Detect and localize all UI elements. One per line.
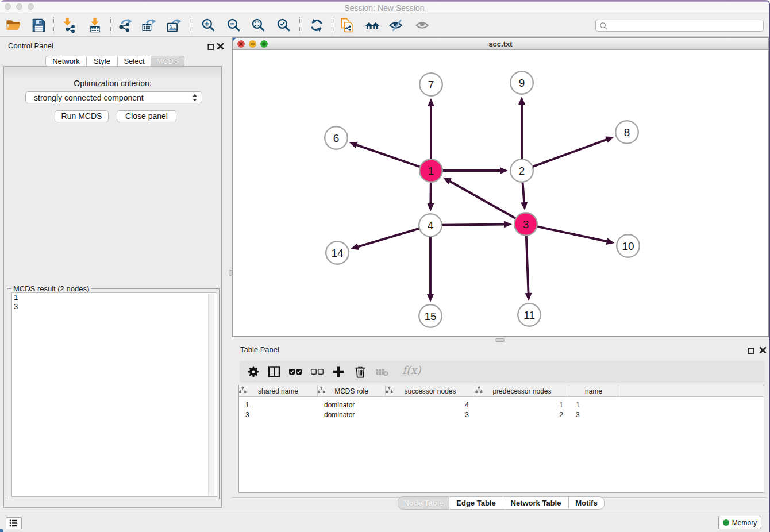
tab-mcds[interactable]: MCDS (151, 56, 184, 67)
function-builder-icon[interactable]: f(x) (402, 364, 421, 376)
column-header-successor-nodes[interactable]: successor nodes (386, 385, 475, 397)
select-all-checkboxes-icon[interactable] (288, 365, 302, 379)
zoom-in-icon[interactable] (200, 17, 217, 33)
export-network-icon[interactable] (116, 17, 133, 33)
split-columns-icon[interactable] (267, 365, 281, 379)
save-icon[interactable] (30, 17, 47, 33)
close-table-panel-icon[interactable] (759, 346, 766, 353)
table-cell: dominator (318, 410, 386, 420)
import-table-icon[interactable] (86, 17, 103, 33)
graph-arrowhead (605, 136, 614, 142)
import-network-icon[interactable] (61, 17, 78, 33)
mcds-result-list[interactable]: 1 3 (11, 292, 217, 497)
close-panel-button[interactable]: Close panel (117, 110, 176, 122)
float-table-panel-icon[interactable] (748, 346, 754, 353)
column-header-MCDS-role[interactable]: MCDS role (318, 385, 386, 397)
criterion-dropdown[interactable]: strongly connected component (25, 91, 202, 103)
unselect-all-checkboxes-icon[interactable] (310, 365, 324, 379)
search-field[interactable] (595, 20, 764, 32)
network-graph: 1234678910111415 (233, 51, 768, 336)
refresh-icon[interactable] (308, 17, 325, 33)
graph-edge-4-14[interactable] (357, 229, 419, 247)
graph-arrowhead (427, 203, 434, 211)
mcds-result-title: MCDS result (2 nodes) (11, 284, 91, 293)
graph-node-label: 14 (331, 247, 344, 259)
tab-motifs[interactable]: Motifs (569, 496, 605, 510)
zoom-out-icon[interactable] (225, 17, 242, 33)
graph-edge-3-1[interactable] (449, 181, 515, 219)
tab-style[interactable]: Style (87, 56, 118, 67)
graph-arrowhead (428, 98, 434, 106)
toolbar-separator (332, 17, 332, 33)
task-history-button[interactable] (6, 517, 22, 529)
delete-table-icon[interactable] (375, 365, 389, 379)
network-canvas[interactable]: 1234678910111415 (233, 51, 768, 336)
column-header-predecessor-nodes[interactable]: predecessor nodes (475, 385, 569, 397)
graph-node-label: 11 (523, 309, 535, 321)
table-panel: Table Panel (232, 340, 769, 512)
graph-arrowhead (606, 238, 615, 245)
result-scrollbar[interactable] (208, 294, 214, 496)
table-cell: dominator (318, 400, 386, 410)
graph-edge-2-8[interactable] (533, 139, 607, 167)
toolbar-separator (53, 17, 54, 33)
gear-icon[interactable] (247, 365, 260, 379)
graph-edge-3-11[interactable] (526, 236, 529, 294)
add-icon[interactable] (332, 365, 345, 379)
delete-icon[interactable] (353, 365, 367, 379)
table-panel-title: Table Panel (240, 345, 279, 354)
table-toolbar: f(x) (240, 361, 765, 383)
float-panel-icon[interactable] (207, 43, 214, 49)
table-cell: 3 (386, 410, 475, 420)
graph-arrowhead (521, 202, 528, 210)
open-folder-icon[interactable] (5, 17, 22, 33)
graph-node-label: 1 (428, 165, 434, 177)
zoom-fit-icon[interactable] (250, 17, 267, 33)
table-row[interactable]: 1dominator411 (239, 400, 764, 410)
hide-selected-icon[interactable] (388, 17, 405, 33)
column-header-name[interactable]: name (569, 385, 618, 397)
table-header-row: shared nameMCDS rolesuccessor nodesprede… (239, 385, 764, 397)
graph-edge-3-10[interactable] (537, 226, 608, 241)
list-icon (6, 518, 21, 529)
graph-node-label: 7 (428, 79, 434, 91)
graph-edge-1-6[interactable] (356, 145, 420, 167)
duplicate-network-icon[interactable] (339, 17, 356, 33)
show-all-icon[interactable] (414, 17, 432, 33)
network-window-title: scc.txt (233, 40, 768, 48)
tab-network[interactable]: Network (45, 56, 87, 67)
export-table-icon[interactable] (140, 17, 157, 33)
control-panel-tabs: Network Style Select MCDS (45, 56, 184, 67)
graph-arrowhead (349, 142, 358, 148)
tab-network-table[interactable]: Network Table (503, 496, 569, 510)
memory-button[interactable]: Memory (718, 516, 761, 529)
close-panel-icon[interactable] (217, 42, 224, 49)
graph-node-label: 6 (333, 132, 340, 144)
graph-edge-2-3[interactable] (523, 182, 525, 203)
network-view-window: scc.txt 1234678910111415 (232, 37, 769, 337)
table-row[interactable]: 3dominator323 (239, 410, 764, 420)
table-cell: 3 (569, 410, 618, 420)
first-neighbors-icon[interactable] (364, 17, 381, 33)
column-header-shared-name[interactable]: shared name (239, 385, 318, 397)
graph-node-label: 15 (424, 310, 436, 322)
export-image-icon[interactable] (165, 17, 182, 33)
memory-status-icon (723, 519, 729, 526)
toolbar-separator (192, 17, 192, 33)
table-bottom-tabs: Node Table Edge Table Network Table Moti… (398, 496, 605, 510)
graph-edge-4-3[interactable] (442, 224, 505, 225)
toolbar-separator (110, 17, 111, 33)
tab-node-table[interactable]: Node Table (398, 496, 449, 510)
graph-arrowhead (504, 221, 512, 228)
network-window-titlebar[interactable]: scc.txt (233, 38, 768, 50)
tab-edge-table[interactable]: Edge Table (449, 496, 503, 510)
search-input[interactable] (610, 21, 759, 30)
graph-arrowhead (427, 294, 434, 302)
table-cell: 1 (475, 400, 569, 410)
zoom-selected-icon[interactable] (275, 17, 292, 33)
table-cell: 3 (239, 410, 318, 420)
tab-select[interactable]: Select (118, 56, 151, 67)
mcds-result-item: 1 (12, 293, 217, 302)
node-table: shared nameMCDS rolesuccessor nodesprede… (238, 385, 764, 493)
run-mcds-button[interactable]: Run MCDS (55, 110, 109, 122)
